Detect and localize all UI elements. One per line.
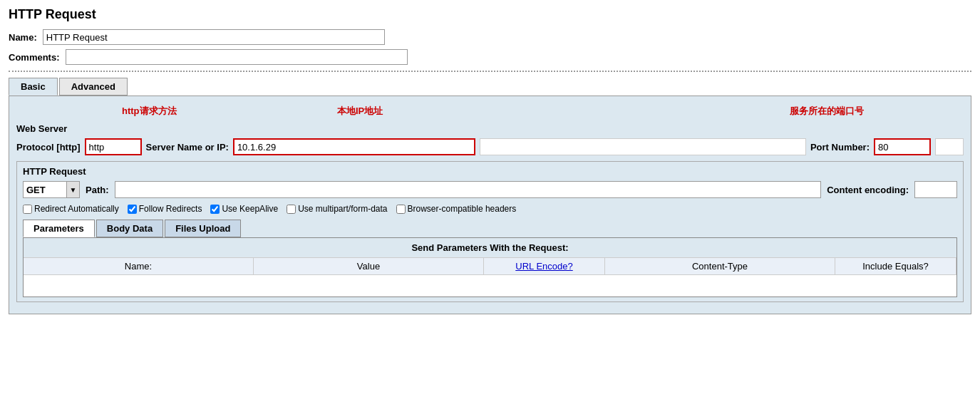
name-label: Name: — [9, 32, 37, 43]
col-content-type: Content-Type — [605, 258, 835, 274]
params-header: Send Parameters With the Request: — [24, 238, 956, 258]
params-cols-row: Name: Value URL Encode? Content-Type Inc… — [24, 258, 956, 275]
server-spacer — [480, 138, 806, 155]
col-name: Name: — [24, 258, 254, 274]
page-container: HTTP Request Name: Comments: Basic Advan… — [0, 0, 980, 397]
content-area: http请求方法 本地IP地址 服务所在的端口号 Web Server Prot… — [9, 96, 971, 314]
checkbox-follow[interactable]: Follow Redirects — [128, 204, 202, 214]
params-table: Send Parameters With the Request: Name: … — [23, 237, 957, 297]
annotation-port: 服务所在的端口号 — [790, 105, 864, 118]
name-row: Name: — [9, 29, 971, 45]
method-select[interactable]: GET POST PUT DELETE — [24, 182, 66, 197]
web-server-label: Web Server — [16, 123, 964, 134]
tab-basic[interactable]: Basic — [9, 78, 58, 96]
server-input[interactable] — [233, 138, 475, 155]
annotation-http-method: http请求方法 — [122, 105, 177, 118]
port-label: Port Number: — [810, 142, 870, 153]
method-row: GET POST PUT DELETE ▼ Path: Content enco… — [23, 181, 957, 198]
page-title: HTTP Request — [9, 7, 971, 22]
tab-advanced[interactable]: Advanced — [59, 78, 128, 96]
checkbox-redirect-label: Redirect Automatically — [34, 204, 119, 214]
checkbox-redirect-input[interactable] — [23, 205, 32, 214]
sub-tab-body[interactable]: Body Data — [96, 220, 163, 237]
server-name-label: Server Name or IP: — [146, 142, 229, 153]
checkbox-follow-label: Follow Redirects — [139, 204, 202, 214]
col-value: Value — [254, 258, 484, 274]
checkbox-multipart-input[interactable] — [287, 205, 296, 214]
checkbox-browser[interactable]: Browser-compatible headers — [396, 204, 517, 214]
port-input[interactable] — [874, 138, 931, 155]
protocol-label: Protocol [http] — [16, 142, 81, 153]
tabs-container: Basic Advanced — [9, 78, 971, 96]
port-spacer — [935, 138, 964, 155]
checkbox-browser-input[interactable] — [396, 205, 406, 214]
checkbox-row: Redirect Automatically Follow Redirects … — [23, 204, 957, 214]
web-server-row: Protocol [http] Server Name or IP: Port … — [16, 138, 964, 155]
checkbox-redirect[interactable]: Redirect Automatically — [23, 204, 119, 214]
comments-row: Comments: — [9, 49, 971, 65]
sub-tabs-container: Parameters Body Data Files Upload — [23, 220, 957, 237]
checkbox-keepalive-label: Use KeepAlive — [222, 204, 278, 214]
checkbox-multipart-label: Use multipart/form-data — [298, 204, 387, 214]
col-include-equals: Include Equals? — [835, 258, 956, 274]
checkbox-multipart[interactable]: Use multipart/form-data — [287, 204, 387, 214]
comments-label: Comments: — [9, 52, 60, 63]
path-input[interactable] — [115, 181, 822, 198]
sub-tab-parameters[interactable]: Parameters — [23, 220, 95, 237]
annotation-local-ip: 本地IP地址 — [337, 105, 383, 118]
checkbox-follow-input[interactable] — [128, 205, 137, 214]
name-input[interactable] — [43, 29, 385, 45]
method-select-wrapper[interactable]: GET POST PUT DELETE ▼ — [23, 181, 80, 198]
http-request-label: HTTP Request — [23, 166, 957, 177]
sub-tab-files[interactable]: Files Upload — [165, 220, 241, 237]
path-label: Path: — [86, 185, 109, 195]
comments-input[interactable] — [66, 49, 408, 65]
checkbox-browser-label: Browser-compatible headers — [408, 204, 517, 214]
http-request-section: HTTP Request GET POST PUT DELETE ▼ Path:… — [16, 161, 964, 302]
params-empty-rows — [24, 275, 956, 297]
content-encoding-label: Content encoding: — [827, 185, 909, 195]
checkbox-keepalive-input[interactable] — [210, 205, 220, 214]
annotation-row: http请求方法 本地IP地址 服务所在的端口号 — [16, 102, 964, 122]
method-dropdown-icon[interactable]: ▼ — [66, 182, 79, 197]
protocol-input[interactable] — [85, 138, 142, 155]
content-encoding-input[interactable] — [914, 181, 957, 198]
col-url-encode[interactable]: URL Encode? — [484, 258, 605, 274]
checkbox-keepalive[interactable]: Use KeepAlive — [210, 204, 278, 214]
